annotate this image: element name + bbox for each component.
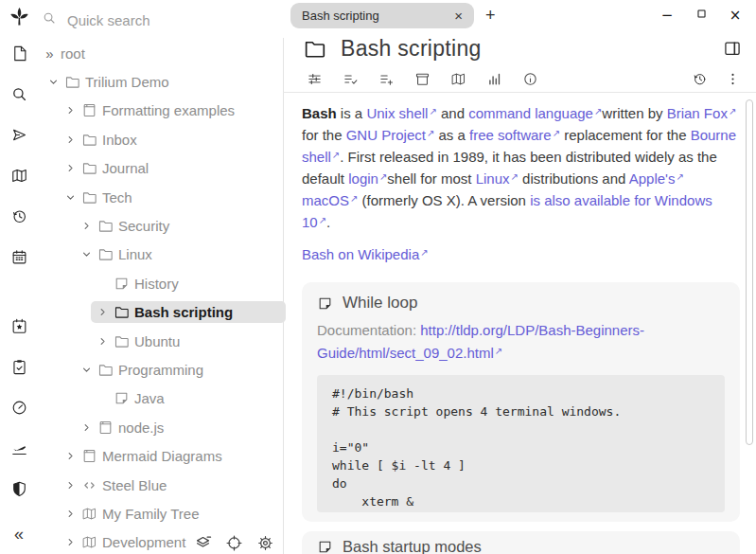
new-tab-button[interactable]: + — [485, 6, 496, 26]
split-pane-icon[interactable] — [723, 39, 742, 58]
card-title: Bash startup modes — [343, 538, 482, 554]
chevron-right-icon[interactable] — [64, 450, 77, 462]
calendar-icon[interactable] — [10, 237, 28, 277]
minimize-button[interactable]: − — [650, 7, 684, 24]
info-circle-icon[interactable] — [522, 71, 538, 87]
crosshair-icon[interactable] — [225, 534, 243, 552]
chevron-down-icon[interactable] — [64, 191, 77, 204]
tree-item-label: Tech — [102, 189, 132, 206]
tree-item-history[interactable]: History — [38, 269, 283, 297]
tree-item-steel-blue[interactable]: Steel Blue — [38, 471, 283, 499]
window-close-button[interactable]: × — [718, 7, 752, 24]
maximize-button[interactable] — [684, 7, 718, 24]
quick-search-input[interactable] — [67, 12, 237, 28]
wikipedia-link[interactable]: Bash on Wikipedia↗ — [302, 246, 429, 262]
chevron-right-icon[interactable] — [97, 335, 109, 348]
history-icon[interactable] — [692, 71, 708, 87]
new-note-icon[interactable] — [10, 33, 28, 74]
chevron-right-icon[interactable] — [80, 421, 93, 434]
layers-minus-icon[interactable] — [194, 534, 212, 552]
tree-item-security[interactable]: Security — [38, 211, 283, 240]
intro-paragraph: Bash is a Unix shell↗ and command langua… — [302, 101, 740, 232]
search-icon[interactable] — [10, 74, 28, 115]
note-folder-icon[interactable] — [303, 37, 326, 61]
external-link[interactable]: Brian Fox↗ — [667, 105, 737, 121]
clipboard-check-icon[interactable] — [10, 347, 28, 387]
tree-item-inbox[interactable]: Inbox — [38, 125, 283, 153]
content-scrollbar[interactable] — [746, 99, 753, 445]
chevron-right-icon[interactable] — [97, 306, 109, 318]
tree-item-mermaid-diagrams[interactable]: Mermaid Diagrams — [38, 441, 283, 470]
sliders-icon[interactable] — [307, 71, 323, 87]
chevron-right-icon[interactable] — [64, 479, 77, 491]
map-icon[interactable] — [10, 155, 28, 196]
calendar-star-icon[interactable] — [10, 306, 28, 347]
chevron-right-icon[interactable] — [64, 508, 77, 520]
note-title[interactable]: Bash scripting — [341, 36, 709, 62]
folder-icon — [64, 74, 80, 90]
ribbon-left-icons — [307, 71, 538, 87]
external-link[interactable]: GNU Project↗ — [346, 127, 435, 143]
tree-item-trilium-demo[interactable]: Trilium Demo — [38, 67, 283, 96]
send-icon[interactable] — [10, 115, 28, 155]
tree-item-programming[interactable]: Programming — [38, 355, 283, 384]
list-check-icon[interactable] — [343, 71, 359, 87]
tree-item-node-js[interactable]: node.js — [38, 413, 283, 441]
tree-item-root[interactable]: »root — [38, 39, 283, 67]
chevron-right-icon[interactable] — [64, 134, 77, 146]
trilium-logo-icon[interactable] — [9, 0, 30, 33]
map-icon[interactable] — [450, 71, 466, 87]
root-chevrons-icon[interactable]: » — [44, 47, 56, 60]
book-icon — [97, 420, 114, 436]
tree-item-label: Linux — [118, 246, 152, 262]
note-tree-pane: »rootTrilium DemoFormatting examplesInbo… — [38, 0, 283, 554]
chevron-right-icon[interactable] — [80, 220, 93, 232]
tree-item-label: Programming — [118, 362, 203, 378]
chevron-down-icon[interactable] — [80, 364, 93, 376]
external-link[interactable]: free software↗ — [469, 127, 560, 143]
external-link[interactable]: login↗ — [348, 170, 387, 187]
kebab-icon[interactable] — [725, 71, 741, 87]
card-title: While loop — [343, 294, 417, 313]
folder-icon — [81, 189, 97, 206]
external-link[interactable]: Unix shell↗ — [366, 105, 436, 121]
archive-icon[interactable] — [414, 71, 431, 87]
folder-icon — [97, 218, 114, 234]
wikipedia-link-line: Bash on Wikipedia↗ — [302, 246, 740, 262]
book-icon — [81, 102, 97, 118]
tree-item-journal[interactable]: Journal — [38, 154, 283, 183]
external-link[interactable]: Apple's↗ — [629, 170, 684, 187]
plane-icon[interactable] — [10, 428, 28, 469]
external-link[interactable]: command language↗ — [468, 105, 602, 121]
tree-item-formatting-examples[interactable]: Formatting examples — [38, 97, 283, 125]
tree-item-bash-scripting[interactable]: Bash scripting — [38, 298, 283, 327]
tree-item-java[interactable]: Java — [38, 384, 283, 413]
gear-icon[interactable] — [256, 534, 274, 552]
tree-item-linux[interactable]: Linux — [38, 241, 283, 269]
tab-close-icon[interactable]: × — [452, 8, 465, 24]
chevron-right-icon[interactable] — [64, 536, 77, 548]
tree-item-label: Security — [118, 218, 169, 234]
tree-item-label: Development — [102, 534, 185, 550]
note-icon — [114, 390, 130, 406]
bar-chart-icon[interactable] — [486, 71, 502, 87]
list-plus-icon[interactable] — [378, 71, 395, 87]
tree-item-my-family-tree[interactable]: My Family Tree — [38, 499, 283, 527]
search-icon — [42, 10, 57, 29]
tree-item-ubuntu[interactable]: Ubuntu — [38, 327, 283, 355]
chevron-right-icon[interactable] — [64, 162, 77, 174]
history-icon[interactable] — [10, 196, 28, 237]
note-icon — [114, 276, 130, 292]
tree-item-tech[interactable]: Tech — [38, 183, 283, 211]
chevron-right-icon[interactable] — [64, 104, 77, 116]
shield-icon[interactable] — [10, 469, 28, 509]
gauge-icon[interactable] — [10, 387, 28, 428]
chevron-down-icon[interactable] — [47, 76, 60, 88]
external-link[interactable]: Linux↗ — [476, 170, 519, 187]
collapse-chevrons-icon[interactable]: « — [14, 522, 24, 546]
tab-bar: Bash scripting × + − × — [283, 0, 756, 30]
external-link[interactable]: macOS↗ — [302, 192, 358, 208]
chevron-down-icon[interactable] — [80, 248, 93, 260]
tree-item-label: Inbox — [102, 132, 137, 148]
tab-bash-scripting[interactable]: Bash scripting × — [290, 3, 474, 28]
